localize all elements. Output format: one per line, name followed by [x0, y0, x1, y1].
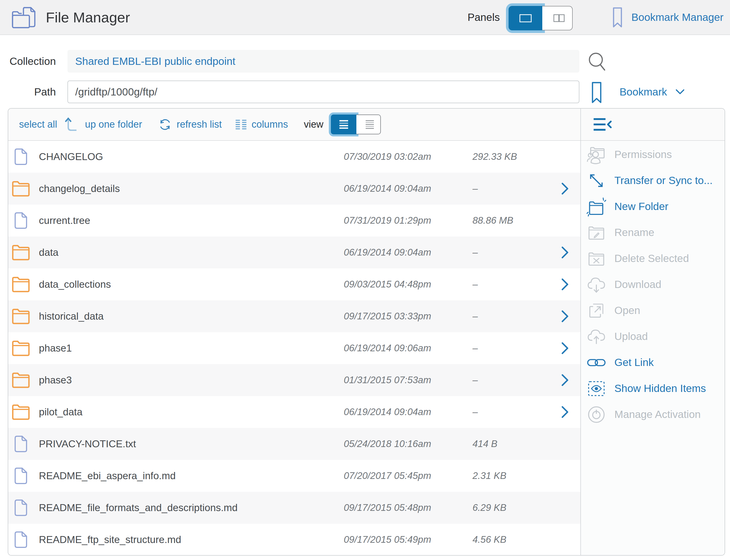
- open-folder-chevron-icon[interactable]: [561, 342, 569, 354]
- new-folder-icon: [587, 197, 606, 216]
- transfer-icon: [587, 171, 606, 190]
- folder-row-changelog_details[interactable]: changelog_details 06/19/2014 09:04am –: [8, 173, 580, 205]
- single-panel-toggle-button[interactable]: [509, 6, 542, 30]
- refresh-icon: [158, 118, 172, 131]
- sidebar-action-label: Open: [614, 304, 640, 317]
- view-label: view: [304, 109, 323, 140]
- dual-panel-icon: [553, 14, 565, 22]
- list-view-icon: [339, 120, 348, 129]
- file-list: CHANGELOG 07/30/2019 03:02am 292.33 KB c…: [8, 141, 580, 556]
- up-one-folder-icon: [65, 116, 77, 133]
- file-size: 4.56 KB: [473, 524, 507, 556]
- path-input[interactable]: [67, 81, 579, 103]
- refresh-list-button[interactable]: refresh list: [177, 109, 222, 140]
- file-size: 88.86 MB: [473, 205, 513, 237]
- file-modified-date: 09/17/2015 05:49pm: [344, 524, 431, 556]
- open-folder-chevron-icon[interactable]: [561, 310, 569, 322]
- open-folder-chevron-icon[interactable]: [561, 406, 569, 418]
- file-modified-date: 07/31/2019 01:29pm: [344, 205, 431, 237]
- sidebar-action-transfer[interactable]: Transfer or Sync to...: [581, 168, 725, 194]
- folder-row-phase3[interactable]: phase3 01/31/2015 07:53am –: [8, 364, 580, 396]
- up-one-folder-button[interactable]: up one folder: [85, 109, 142, 140]
- bookmark-manager-link[interactable]: Bookmark Manager: [631, 0, 724, 34]
- collapse-sidebar-button[interactable]: [593, 118, 612, 131]
- file-modified-date: 07/20/2017 05:45pm: [344, 460, 431, 492]
- file-icon: [14, 212, 27, 229]
- detail-view-toggle-button[interactable]: [356, 115, 381, 134]
- open-folder-chevron-icon[interactable]: [561, 278, 569, 291]
- file-size: –: [473, 396, 478, 428]
- search-icon: [588, 51, 606, 73]
- file-name: data: [39, 237, 58, 268]
- file-list-column: select all up one folder refresh list co…: [8, 109, 580, 555]
- file-size: –: [473, 268, 478, 300]
- file-row-CHANGELOG[interactable]: CHANGELOG 07/30/2019 03:02am 292.33 KB: [8, 141, 580, 173]
- file-modified-date: 06/19/2014 09:04am: [344, 173, 431, 205]
- bookmark-dropdown[interactable]: Bookmark: [620, 81, 685, 103]
- delete-icon: [587, 249, 606, 268]
- open-folder-chevron-icon[interactable]: [561, 374, 569, 386]
- sidebar-action-open: Open: [581, 297, 725, 323]
- file-size: 414 B: [473, 428, 498, 460]
- file-icon: [14, 499, 27, 516]
- sidebar-action-label: Show Hidden Items: [614, 382, 706, 395]
- sidebar-action-delete: Delete Selected: [581, 246, 725, 272]
- file-icon: [14, 467, 27, 484]
- sidebar-action-label: Rename: [614, 226, 654, 239]
- file-size: –: [473, 173, 478, 205]
- sidebar-action-label: Transfer or Sync to...: [614, 174, 712, 187]
- detail-view-icon: [365, 120, 375, 129]
- file-modified-date: 06/19/2014 09:06am: [344, 332, 431, 364]
- sidebar-action-new-folder[interactable]: New Folder: [581, 194, 725, 220]
- file-name: changelog_details: [39, 173, 120, 205]
- path-label: Path: [0, 81, 56, 103]
- folder-row-historical_data[interactable]: historical_data 09/17/2015 03:33pm –: [8, 300, 580, 332]
- select-all-button[interactable]: select all: [19, 109, 57, 140]
- columns-button[interactable]: columns: [251, 109, 288, 140]
- folder-row-data_collections[interactable]: data_collections 09/03/2015 04:48pm –: [8, 268, 580, 300]
- folder-row-phase1[interactable]: phase1 06/19/2014 09:06am –: [8, 332, 580, 364]
- file-row-README_ftp_site_structure.md[interactable]: README_ftp_site_structure.md 09/17/2015 …: [8, 524, 580, 556]
- open-icon: [587, 301, 606, 320]
- list-view-toggle-button[interactable]: [331, 115, 356, 134]
- bookmark-dropdown-label: Bookmark: [620, 86, 667, 98]
- file-modified-date: 05/24/2018 10:16am: [344, 428, 431, 460]
- open-folder-chevron-icon[interactable]: [561, 246, 569, 259]
- rename-icon: [587, 223, 606, 242]
- folder-icon: [12, 181, 30, 197]
- search-button[interactable]: [588, 51, 606, 73]
- file-row-README_file_formats_and_descriptions.md[interactable]: README_file_formats_and_descriptions.md …: [8, 492, 580, 524]
- file-name: PRIVACY-NOTICE.txt: [39, 428, 136, 460]
- file-icon: [14, 435, 27, 452]
- sidebar-action-label: Get Link: [614, 356, 654, 369]
- file-row-current.tree[interactable]: current.tree 07/31/2019 01:29pm 88.86 MB: [8, 205, 580, 237]
- file-name: README_ftp_site_structure.md: [39, 524, 181, 556]
- folder-icon: [12, 308, 30, 324]
- folder-row-data[interactable]: data 06/19/2014 09:04am –: [8, 237, 580, 268]
- file-modified-date: 07/30/2019 03:02am: [344, 141, 431, 173]
- sidebar-action-upload: Upload: [581, 323, 725, 349]
- sidebar-action-show-hidden[interactable]: Show Hidden Items: [581, 375, 725, 401]
- collection-field[interactable]: Shared EMBL-EBI public endpoint: [67, 50, 579, 73]
- open-folder-chevron-icon[interactable]: [561, 182, 569, 195]
- panels-label: Panels: [468, 0, 500, 34]
- file-browser-panel: select all up one folder refresh list co…: [8, 108, 725, 556]
- actions-sidebar: Permissions Transfer or Sync to... New F…: [580, 109, 725, 555]
- folder-row-pilot_data[interactable]: pilot_data 06/19/2014 09:04am –: [8, 396, 580, 428]
- folder-icon: [12, 340, 30, 356]
- file-modified-date: 09/17/2015 05:48pm: [344, 492, 431, 524]
- sidebar-action-rename: Rename: [581, 220, 725, 246]
- file-row-PRIVACY-NOTICE.txt[interactable]: PRIVACY-NOTICE.txt 05/24/2018 10:16am 41…: [8, 428, 580, 460]
- dual-panel-toggle-button[interactable]: [542, 6, 573, 30]
- folder-icon: [12, 372, 30, 388]
- actions-menu: Permissions Transfer or Sync to... New F…: [581, 141, 725, 427]
- sidebar-action-get-link[interactable]: Get Link: [581, 349, 725, 375]
- folder-icon: [12, 244, 30, 260]
- file-row-README_ebi_aspera_info.md[interactable]: README_ebi_aspera_info.md 07/20/2017 05:…: [8, 460, 580, 492]
- permissions-icon: [587, 145, 606, 164]
- file-size: 6.29 KB: [473, 492, 507, 524]
- folder-icon: [12, 276, 30, 292]
- file-name: CHANGELOG: [39, 141, 103, 173]
- file-size: 292.33 KB: [473, 141, 517, 173]
- activation-icon: [587, 405, 606, 424]
